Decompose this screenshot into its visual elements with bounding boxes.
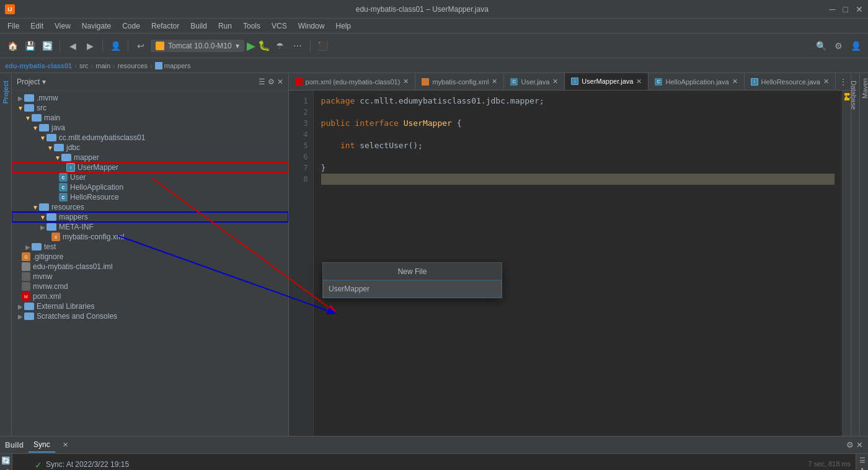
tree-item-hello-app[interactable]: C HelloApplication: [12, 182, 288, 192]
tab-mybatis[interactable]: mybatis-config.xml ✕: [415, 73, 504, 90]
maximize-button[interactable]: □: [843, 4, 848, 14]
tree-item-mapper-folder[interactable]: ▼ mapper: [12, 153, 288, 162]
tree-item-src[interactable]: ▼ src: [12, 103, 288, 113]
build-panel: Build Sync ✕ ⚙ ✕ 🔄 📌 👁 ✓ Sync: At 2022/3…: [0, 436, 868, 470]
menu-build[interactable]: Build: [185, 20, 212, 32]
run-button[interactable]: ▶: [247, 39, 255, 53]
tree-item-ext-libs[interactable]: ▶ External Libraries: [12, 301, 288, 311]
run-configuration[interactable]: Tomcat 10.0.0-M10 ▾: [151, 40, 244, 52]
breadcrumb-mappers[interactable]: mappers: [155, 62, 191, 69]
build-side-icon-1[interactable]: ☰: [859, 456, 866, 464]
tab-pom[interactable]: pom.xml (edu-mybatis-class01) ✕: [289, 73, 416, 90]
tab-icon-interface: I: [571, 78, 578, 85]
minimize-button[interactable]: ─: [830, 4, 836, 14]
tree-label: .gitignore: [33, 252, 63, 261]
breadcrumb-project[interactable]: edu-mybatis-class01: [5, 62, 72, 69]
panel-action-close[interactable]: ✕: [277, 78, 283, 86]
tree-item-java[interactable]: ▼ java: [12, 123, 288, 133]
tree-item-scratches[interactable]: ▶ Scratches and Consoles: [12, 311, 288, 321]
toolbar-stop-btn[interactable]: ⬛: [316, 38, 330, 53]
tree-item-resources[interactable]: ▼ resources: [12, 202, 288, 212]
menu-run[interactable]: Run: [213, 20, 237, 32]
menu-file[interactable]: File: [2, 20, 24, 32]
build-tab-close[interactable]: ✕: [63, 441, 68, 449]
project-panel: Project ▾ ☰ ⚙ ✕ ▶ .mvnw ▼ src: [12, 73, 289, 436]
settings-btn[interactable]: ⚙: [831, 38, 846, 53]
maven-tab[interactable]: Maven: [860, 73, 868, 104]
tab-close[interactable]: ✕: [492, 78, 497, 86]
breadcrumb-main[interactable]: main: [95, 62, 110, 69]
panel-dropdown-icon[interactable]: ▾: [42, 78, 46, 86]
tree-item-meta-inf[interactable]: ▶ META-INF: [12, 222, 288, 232]
tab-hello-app[interactable]: C HelloApplication.java ✕: [649, 73, 744, 90]
database-tab[interactable]: Database: [851, 73, 859, 117]
profile-btn[interactable]: 👤: [848, 38, 863, 53]
tab-hello-res[interactable]: I HelloResource.java ✕: [745, 73, 836, 90]
search-everywhere-btn[interactable]: 🔍: [813, 38, 828, 53]
project-side-tab[interactable]: Project: [0, 73, 11, 111]
menu-code[interactable]: Code: [117, 20, 145, 32]
build-action-gear[interactable]: ⚙: [846, 440, 854, 450]
tree-item-package[interactable]: ▼ cc.mllt.edumybatisclass01: [12, 133, 288, 143]
toolbar-undo-btn[interactable]: ↩: [133, 38, 148, 53]
tree-item-mvnw-cmd[interactable]: mvnw.cmd: [12, 282, 288, 291]
build-side-icon-2[interactable]: ⬇: [859, 467, 865, 470]
tree-item-pom[interactable]: M pom.xml: [12, 291, 288, 301]
build-action-close[interactable]: ✕: [856, 440, 863, 450]
tree-item-mvnw[interactable]: ▶ .mvnw: [12, 93, 288, 103]
tree-item-jdbc[interactable]: ▼ jdbc: [12, 143, 288, 153]
tree-item-iml[interactable]: edu-mybatis-class01.iml: [12, 262, 288, 272]
folder-icon: [46, 223, 56, 231]
tree-item-main[interactable]: ▼ main: [12, 113, 288, 123]
tree-item-user[interactable]: C User: [12, 172, 288, 182]
menu-edit[interactable]: Edit: [25, 20, 48, 32]
tab-close[interactable]: ✕: [732, 78, 738, 86]
build-refresh-icon[interactable]: 🔄: [1, 456, 11, 465]
menu-refactor[interactable]: Refactor: [146, 20, 184, 32]
folder-icon: [24, 313, 34, 320]
close-button[interactable]: ✕: [856, 4, 863, 14]
toolbar-coverage-btn[interactable]: ☂: [273, 38, 288, 53]
menu-help[interactable]: Help: [330, 20, 356, 32]
toolbar-home-btn[interactable]: 🏠: [5, 38, 20, 53]
toolbar-more-btn[interactable]: ⋯: [290, 38, 305, 53]
tree-item-mappers[interactable]: ▼ mappers: [12, 212, 288, 222]
breadcrumb-resources[interactable]: resources: [118, 62, 148, 69]
window-controls[interactable]: ─ □ ✕: [830, 4, 863, 14]
tab-usermapper[interactable]: I UserMapper.java ✕: [565, 73, 649, 91]
debug-button[interactable]: 🐛: [258, 40, 270, 51]
toolbar-back-btn[interactable]: ◀: [65, 38, 80, 53]
code-line-6: [321, 151, 835, 162]
new-file-input[interactable]: [323, 280, 502, 298]
menu-navigate[interactable]: Navigate: [77, 20, 116, 32]
toolbar-save-btn[interactable]: 💾: [22, 38, 37, 53]
tab-close[interactable]: ✕: [823, 78, 829, 86]
tree-item-gitignore[interactable]: G .gitignore: [12, 252, 288, 262]
breadcrumb-src[interactable]: src: [79, 62, 89, 69]
menu-view[interactable]: View: [50, 20, 76, 32]
panel-action-collapse[interactable]: ☰: [259, 78, 265, 86]
tree-label: java: [51, 123, 65, 132]
build-tab-sync[interactable]: Sync: [29, 438, 55, 453]
line-numbers: 1 2 3 4 5 6 7 8: [289, 91, 314, 436]
tree-item-test[interactable]: ▶ test: [12, 242, 288, 252]
tree-item-hello-res[interactable]: C HelloResource: [12, 192, 288, 202]
menu-tools[interactable]: Tools: [238, 20, 265, 32]
tree-item-usermapper[interactable]: I UserMapper: [12, 162, 288, 172]
toolbar-sync-btn[interactable]: 🔄: [40, 38, 55, 53]
run-config-dropdown[interactable]: ▾: [236, 42, 239, 50]
tab-user[interactable]: C User.java ✕: [504, 73, 565, 90]
tree-item-mybatis-config[interactable]: X mybatis-config.xml: [12, 232, 288, 242]
toolbar-forward-btn[interactable]: ▶: [82, 38, 97, 53]
menu-vcs[interactable]: VCS: [267, 20, 292, 32]
tab-close[interactable]: ✕: [403, 78, 409, 86]
toolbar-user-btn[interactable]: 👤: [108, 38, 123, 53]
tab-close[interactable]: ✕: [552, 78, 558, 86]
menu-window[interactable]: Window: [293, 20, 330, 32]
tab-more[interactable]: ⋮: [836, 73, 851, 90]
tree-item-mvnw-file[interactable]: mvnw: [12, 272, 288, 282]
panel-action-gear[interactable]: ⚙: [268, 78, 275, 86]
tab-close[interactable]: ✕: [636, 78, 642, 86]
code-line-3: public interface UserMapper {: [321, 118, 835, 129]
tree-label: resources: [51, 203, 84, 211]
